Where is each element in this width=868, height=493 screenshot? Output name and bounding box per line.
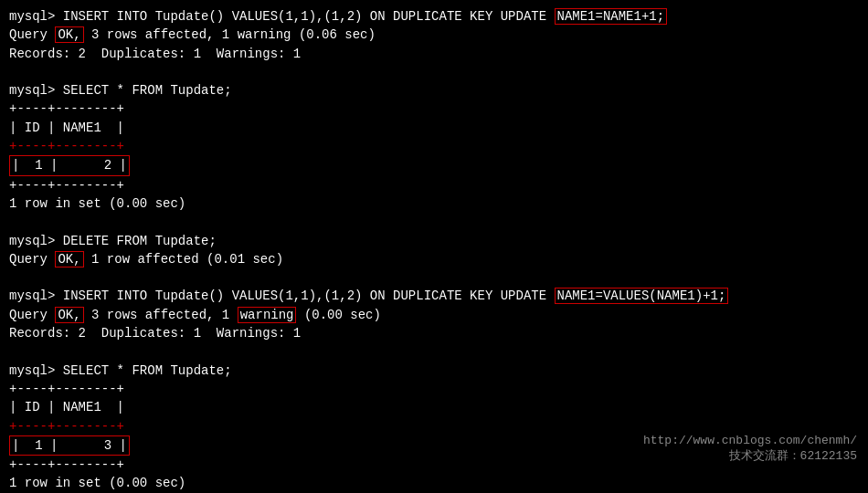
table-data-1: | 1 | 2 | [9, 155, 130, 175]
output-line-10: Query OK, 1 row affected (0.01 sec) [9, 250, 859, 268]
blank-line-1 [9, 63, 859, 81]
query-word-1: Query [9, 27, 55, 42]
blank-line-3 [9, 268, 859, 287]
table2-line-1: +----+--------+ [9, 380, 859, 398]
highlight-name1-1: NAME1=NAME1+1; [555, 8, 668, 25]
table-data-2: | 1 | 3 | [9, 435, 130, 456]
table-line-3: +----+--------+ [9, 137, 859, 155]
command-line-12: mysql> INSERT INTO Tupdate() VALUES(1,1)… [9, 287, 859, 305]
blank-line-4 [9, 342, 859, 361]
table-line-5: +----+--------+ [9, 176, 859, 194]
command-line-9: mysql> DELETE FROM Tupdate; [9, 232, 859, 250]
output-line-2: Query OK, 3 rows affected, 1 warning (0.… [9, 26, 859, 44]
table2-line-2: | ID | NAME1 | [9, 398, 859, 416]
prompt-1: mysql> INSERT INTO Tupdate() VALUES(1,1)… [9, 9, 555, 24]
highlight-name1-2: NAME1=VALUES(NAME1)+1; [555, 288, 729, 304]
ok-highlight-3: OK, [55, 307, 83, 323]
table-line-2: | ID | NAME1 | [9, 119, 859, 137]
output-line-3: Records: 2 Duplicates: 1 Warnings: 1 [9, 45, 859, 63]
watermark-group: 技术交流群：62122135 [643, 447, 857, 464]
table-data-row-1: | 1 | 2 | [9, 155, 859, 175]
output-line-14: Records: 2 Duplicates: 1 Warnings: 1 [9, 324, 859, 342]
watermark-url: http://www.cnblogs.com/chenmh/ [643, 434, 857, 447]
command-line-1: mysql> INSERT INTO Tupdate() VALUES(1,1)… [9, 7, 859, 26]
ok-highlight-2: OK, [55, 251, 83, 267]
table2-line-3: +----+--------+ [9, 417, 859, 435]
command-line-16: mysql> SELECT * FROM Tupdate; [9, 362, 859, 380]
table-line-1: +----+--------+ [9, 100, 859, 118]
watermark: http://www.cnblogs.com/chenmh/ 技术交流群：621… [643, 434, 857, 464]
terminal-window: mysql> INSERT INTO Tupdate() VALUES(1,1)… [0, 0, 868, 493]
command-line-5: mysql> SELECT * FROM Tupdate; [9, 81, 859, 100]
warning-highlight: warning [238, 307, 297, 323]
blank-line-2 [9, 213, 859, 231]
output-line-7: 1 row in set (0.00 sec) [9, 194, 859, 213]
ok-highlight-1: OK, [55, 26, 83, 43]
output-line-13: Query OK, 3 rows affected, 1 warning (0.… [9, 306, 859, 324]
output-rest-2: 3 rows affected, 1 warning (0.06 sec) [84, 27, 376, 42]
output-line-18: 1 row in set (0.00 sec) [9, 474, 859, 492]
